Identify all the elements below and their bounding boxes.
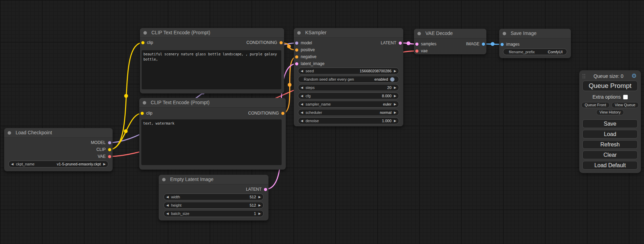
widget-label: denoise — [306, 119, 319, 123]
widget-width[interactable]: ◀ width 512 ▶ — [164, 193, 264, 200]
widget-batch-size[interactable]: ◀ batch_size 1 ▶ — [164, 210, 264, 217]
collapse-dot-icon[interactable] — [143, 31, 147, 35]
collapse-dot-icon[interactable] — [8, 131, 11, 135]
increment-arrow-icon[interactable]: ▶ — [391, 109, 399, 116]
slot-dot-latent[interactable] — [264, 188, 267, 191]
save-button[interactable]: Save — [582, 119, 638, 128]
node-ksampler[interactable]: KSampler model positive negative latent_… — [294, 28, 403, 126]
increment-arrow-icon[interactable]: ▶ — [256, 194, 263, 200]
slot-dot-image[interactable] — [482, 43, 485, 46]
widget-sampler-name[interactable]: ◀ sampler_name euler ▶ — [298, 101, 399, 108]
decrement-arrow-icon[interactable]: ◀ — [298, 101, 306, 107]
extra-options-checkbox[interactable] — [623, 95, 628, 99]
node-load-checkpoint[interactable]: Load Checkpoint MODEL CLIP VAE ◀ ckpt_na… — [4, 128, 113, 171]
widget-random-seed-toggle[interactable]: Random seed after every gen enabled — [298, 76, 399, 83]
decrement-arrow-icon[interactable]: ◀ — [164, 210, 171, 217]
widget-seed[interactable]: ◀ seed 156680208700286 ▶ — [298, 67, 399, 74]
slot-dot-clip[interactable] — [141, 112, 144, 115]
decrement-arrow-icon[interactable]: ◀ — [9, 161, 16, 167]
node-clip-text-encode-positive[interactable]: CLIP Text Encode (Prompt) clip CONDITION… — [140, 28, 284, 93]
increment-arrow-icon[interactable]: ▶ — [101, 161, 108, 167]
link-midpoint-dot[interactable] — [491, 42, 495, 46]
comfyui-canvas[interactable]: { "colors": { "model": "#B39DDB", "clip"… — [0, 0, 644, 244]
refresh-button[interactable]: Refresh — [582, 140, 638, 149]
node-title: Empty Latent Image — [159, 175, 268, 184]
increment-arrow-icon[interactable]: ▶ — [391, 84, 399, 91]
decrement-arrow-icon[interactable]: ◀ — [298, 109, 306, 116]
collapse-dot-icon[interactable] — [417, 32, 421, 35]
slot-dot-conditioning[interactable] — [295, 48, 298, 52]
queue-prompt-button[interactable]: Queue Prompt — [582, 81, 638, 91]
widget-cfg[interactable]: ◀ cfg 8.000 ▶ — [298, 92, 399, 99]
load-button[interactable]: Load — [582, 130, 638, 138]
drag-handle-icon[interactable] — [583, 74, 585, 79]
output-slot-conditioning: CONDITIONING — [246, 39, 283, 46]
node-header[interactable]: CLIP Text Encode (Prompt) — [139, 98, 286, 108]
toggle-dot-icon[interactable] — [390, 77, 395, 82]
widget-denoise[interactable]: ◀ denoise 1.000 ▶ — [298, 117, 399, 124]
increment-arrow-icon[interactable]: ▶ — [391, 101, 399, 107]
slot-dot-image[interactable] — [501, 43, 504, 46]
node-clip-text-encode-negative[interactable]: CLIP Text Encode (Prompt) clip CONDITION… — [139, 98, 286, 170]
link-midpoint-dot[interactable] — [288, 83, 292, 87]
slot-dot-latent[interactable] — [415, 43, 418, 46]
increment-arrow-icon[interactable]: ▶ — [256, 210, 263, 217]
decrement-arrow-icon[interactable]: ◀ — [298, 84, 306, 91]
node-vae-decode[interactable]: VAE Decode samples vae IMAGE — [414, 29, 486, 54]
slot-dot-model[interactable] — [108, 141, 111, 144]
slot-dot-clip[interactable] — [108, 148, 111, 151]
increment-arrow-icon[interactable]: ▶ — [391, 93, 399, 99]
node-save-image[interactable]: Save Image images filename_prefix ComfyU… — [499, 29, 571, 58]
increment-arrow-icon[interactable]: ▶ — [256, 202, 263, 208]
slot-dot-conditioning[interactable] — [280, 41, 283, 44]
widget-steps[interactable]: ◀ steps 20 ▶ — [298, 84, 399, 91]
gear-icon[interactable]: ⚙ — [632, 74, 637, 79]
node-header[interactable]: CLIP Text Encode (Prompt) — [140, 28, 284, 38]
slot-dot-latent[interactable] — [399, 42, 402, 45]
collapse-dot-icon[interactable] — [503, 32, 506, 35]
widget-label: Random seed after every gen — [304, 77, 354, 81]
collapse-dot-icon[interactable] — [297, 31, 301, 35]
node-header[interactable]: KSampler — [294, 28, 403, 38]
link-midpoint-dot[interactable] — [124, 94, 128, 98]
widget-value: 512 — [250, 203, 256, 207]
decrement-arrow-icon[interactable]: ◀ — [298, 93, 306, 99]
link-midpoint-dot[interactable] — [124, 129, 128, 133]
slot-dot-vae[interactable] — [108, 155, 111, 158]
node-header[interactable]: Load Checkpoint — [4, 128, 113, 138]
widget-height[interactable]: ◀ height 512 ▶ — [164, 202, 264, 209]
decrement-arrow-icon[interactable]: ◀ — [164, 202, 171, 208]
link-midpoint-dot[interactable] — [287, 45, 291, 48]
slot-dot-clip[interactable] — [141, 41, 144, 44]
node-header[interactable]: Save Image — [499, 29, 571, 38]
load-default-button[interactable]: Load Default — [582, 161, 638, 170]
slot-dot-conditioning[interactable] — [281, 112, 284, 115]
decrement-arrow-icon[interactable]: ◀ — [298, 118, 306, 124]
widget-ckpt-name[interactable]: ◀ ckpt_name v1-5-pruned-emaonly.ckpt ▶ — [8, 161, 108, 168]
decrement-arrow-icon[interactable]: ◀ — [298, 68, 306, 74]
node-empty-latent-image[interactable]: Empty Latent Image LATENT ◀ width 512 ▶ … — [159, 175, 268, 220]
queue-size-label: Queue size: 0 — [585, 73, 632, 79]
link-midpoint-dot[interactable] — [407, 42, 411, 45]
slot-dot-conditioning[interactable] — [295, 55, 298, 58]
increment-arrow-icon[interactable]: ▶ — [391, 68, 399, 74]
node-header[interactable]: VAE Decode — [414, 29, 486, 38]
node-header[interactable]: Empty Latent Image — [159, 175, 268, 184]
slot-dot-model[interactable] — [295, 42, 298, 45]
queue-front-button[interactable]: Queue Front — [581, 102, 610, 108]
slot-dot-latent[interactable] — [295, 62, 298, 65]
clear-button[interactable]: Clear — [582, 151, 638, 159]
increment-arrow-icon[interactable]: ▶ — [391, 118, 399, 124]
view-history-button[interactable]: View History — [596, 109, 624, 115]
view-queue-button[interactable]: View Queue — [611, 102, 639, 108]
widget-filename-prefix[interactable]: filename_prefix ComfyUI — [503, 48, 567, 55]
widget-value: enabled — [374, 77, 388, 81]
slot-label: LATENT — [381, 40, 396, 45]
slot-dot-vae[interactable] — [415, 49, 418, 53]
collapse-dot-icon[interactable] — [143, 101, 146, 105]
widget-scheduler[interactable]: ◀ scheduler normal ▶ — [298, 109, 399, 116]
prompt-textarea[interactable]: beautiful scenery nature glass bottle la… — [142, 50, 281, 89]
collapse-dot-icon[interactable] — [162, 178, 166, 181]
prompt-textarea[interactable]: text, watermark — [141, 119, 282, 165]
decrement-arrow-icon[interactable]: ◀ — [164, 194, 171, 200]
